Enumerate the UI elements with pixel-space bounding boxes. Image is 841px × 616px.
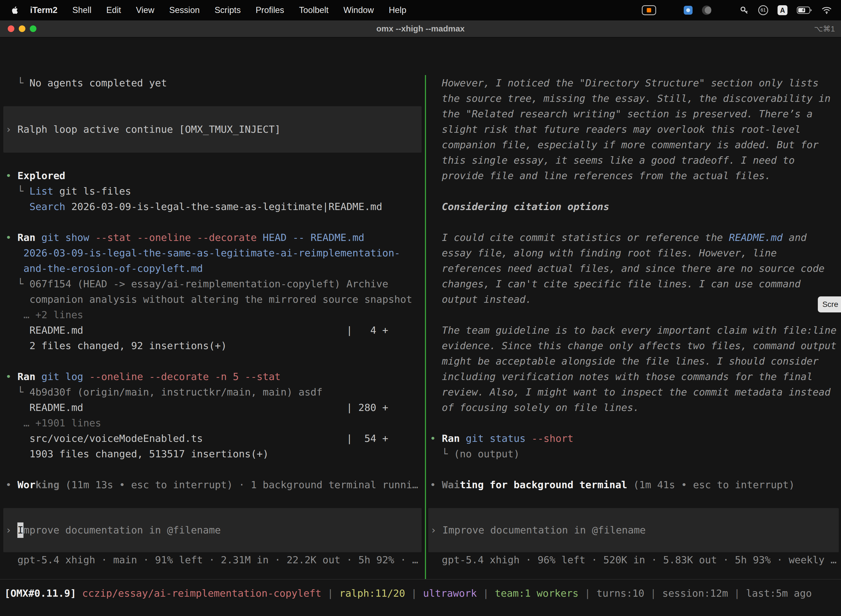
terminal-line: and-the-erosion-of-copyleft.md [6,261,425,276]
text-segment [526,433,532,444]
text-segment: Explored [18,170,65,181]
terminal-line: However, I noticed the "Directory Struct… [430,75,841,91]
battery-icon[interactable] [797,6,812,14]
apps-grid-icon[interactable] [721,6,730,15]
text-segment: and [783,232,807,243]
text-segment [6,247,23,259]
dark-app-icon[interactable] [702,6,711,15]
terminal-line: └ 067f154 (HEAD -> essay/ai-reimplementa… [6,276,425,292]
menu-item-window[interactable]: Window [336,5,381,15]
terminal-line: └ No agents completed yet [6,75,425,91]
text-segment: slight risk that future readers may over… [430,124,801,135]
menu-item-edit[interactable]: Edit [99,5,128,15]
terminal-line: might be acceptable alongside the file l… [430,353,841,369]
text-segment: changes, I can't cite specific file line… [430,278,801,289]
terminal-line: └ 4b9d30f (origin/main, instructkr/main,… [6,384,425,400]
text-segment: Wor [18,479,35,490]
terminal-line: companion analysis without altering the … [6,292,425,307]
menu-items: iTerm2ShellEditViewSessionScriptsProfile… [23,5,414,15]
text-segment: List [29,185,54,197]
terminal-line [6,91,425,106]
terminal-pane-right[interactable]: However, I noticed the "Directory Struct… [426,75,841,572]
apple-menu-icon[interactable] [0,6,23,15]
menu-item-help[interactable]: Help [381,5,414,15]
terminal-pane-left[interactable]: └ No agents completed yet› Ralph loop ac… [0,75,425,572]
text-segment: ralph:11/20 [339,588,405,599]
terminal-line: └ List git ls-files [6,183,425,199]
window-zoom-button[interactable] [30,25,37,32]
text-segment: review. Also, I might want to inspect th… [430,386,831,398]
text-segment: Search [29,201,65,212]
status-separator-line [0,579,841,579]
menu-item-toolbelt[interactable]: Toolbelt [292,5,336,15]
text-segment [6,201,29,212]
text-segment: • [430,479,442,490]
terminal-line: 2 files changed, 92 insertions(+) [6,338,425,353]
text-segment: └ [6,386,29,398]
window-title-bar[interactable]: omx --xhigh --madmax ⌥⌘1 [0,21,841,38]
battery-percent-icon[interactable]: 61 [758,5,768,15]
text-segment: src/voice/voiceModeEnabled.ts | 54 + [6,433,388,444]
text-segment: • [430,433,442,444]
text-segment: and-the-erosion-of-copyleft.md [23,263,203,274]
text-segment: ultrawork [423,588,477,599]
window-close-button[interactable] [8,25,14,32]
terminal-line [6,353,425,369]
text-segment: › [6,122,18,137]
menu-item-view[interactable]: View [129,5,162,15]
text-segment: last:5m ago [746,588,812,599]
text-segment: › [6,522,18,538]
text-segment: Considering citation options [430,201,609,212]
text-segment: └ (no output) [430,448,520,459]
text-segment: I [18,522,23,538]
text-segment: might be acceptable alongside the file l… [430,355,819,367]
text-segment: However, I noticed the "Directory Struct… [430,77,819,89]
prompt-input[interactable]: › Improve documentation in @filename [428,508,839,552]
terminal-line [430,415,841,431]
text-segment: … +2 lines [6,309,84,320]
extension-grid-icon[interactable] [665,6,674,15]
text-segment: (1m 41s • esc to interrupt) [627,479,795,490]
terminal-line: essay file, along with finding root file… [430,245,841,261]
text-segment: gpt-5.4 xhigh · 96% left · 520K in · 5.8… [430,554,837,566]
terminal-line: README.md | 280 + [6,400,425,415]
text-segment: | [321,588,339,599]
screen-share-tab[interactable]: Scre [818,296,841,312]
text-segment: the "Related research writing" section i… [430,108,813,119]
menu-item-shell[interactable]: Shell [65,5,99,15]
terminal-line [430,307,841,323]
window-minimize-button[interactable] [19,25,25,32]
terminal-line: this single essay, it seems like a good … [430,153,841,168]
blue-app-icon[interactable] [684,6,693,15]
terminal-line [430,214,841,230]
prompt-input[interactable]: › Improve documentation in @filename [3,508,422,552]
menu-item-scripts[interactable]: Scripts [207,5,248,15]
text-segment: Ran [18,232,35,243]
text-segment: | [405,588,423,599]
terminal-line: including verification notes with those … [430,369,841,384]
terminal-line: src/voice/voiceModeEnabled.ts | 54 + [6,431,425,446]
input-source-icon[interactable]: A [778,5,787,15]
text-segment: gpt-5.4 xhigh · main · 91% left · 2.31M … [6,554,418,566]
menu-item-iterm2[interactable]: iTerm2 [23,5,65,15]
terminal-line: • Waiting for background terminal (1m 41… [430,477,841,493]
menu-item-session[interactable]: Session [162,5,207,15]
text-segment: └ [6,77,29,89]
text-segment: › Improve documentation in @filename [431,522,646,538]
window-title: omx --xhigh --madmax [377,24,464,34]
text-segment: 4b9d30f (origin/main, instructkr/main, m… [29,386,322,398]
text-segment: • [6,232,18,243]
text-segment: mprove documentation in @filename [23,522,221,538]
text-segment [35,232,41,243]
text-segment: --oneline --decorate -n 5 --stat [89,371,281,382]
text-segment: this single essay, it seems like a good … [430,154,795,166]
wifi-icon[interactable] [822,6,832,14]
text-segment: • [6,371,18,382]
menu-item-profiles[interactable]: Profiles [248,5,292,15]
key-icon[interactable] [740,6,749,15]
text-segment: cczip/essay/ai-reimplementation-copyleft [82,588,321,599]
screen-recording-indicator-icon[interactable] [642,5,656,15]
text-segment: evidence. Since this change only affects… [430,340,837,351]
terminal-line [430,183,841,199]
text-segment: └ [6,278,29,289]
